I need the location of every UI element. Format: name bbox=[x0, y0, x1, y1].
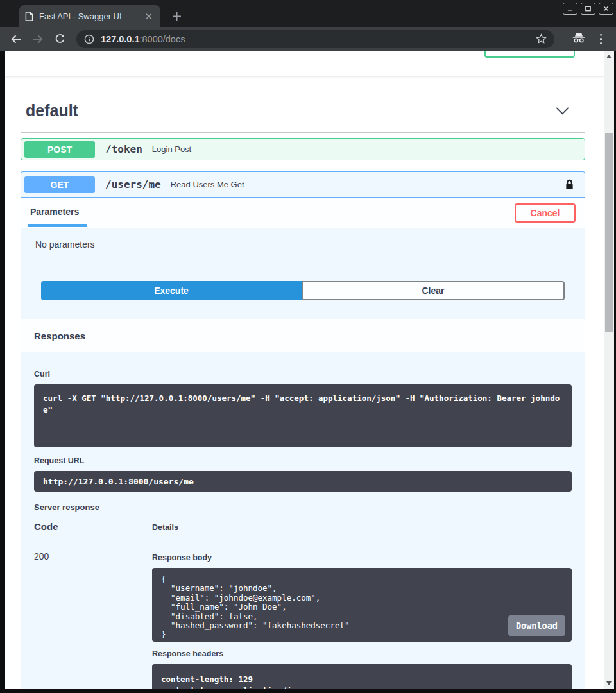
response-row: 200 Response body { "username": "johndoe… bbox=[34, 540, 572, 689]
parameters-content: No parameters Execute Clear bbox=[21, 228, 585, 319]
responses-header: Responses bbox=[21, 319, 585, 352]
scroll-down-icon[interactable] bbox=[606, 681, 612, 685]
curl-command[interactable]: curl -X GET "http://127.0.0.1:8000/users… bbox=[34, 384, 572, 447]
browser-toolbar: 127.0.0.1:8000/docs bbox=[0, 27, 616, 51]
responses-content: Curl curl -X GET "http://127.0.0.1:8000/… bbox=[21, 352, 585, 689]
no-parameters-text: No parameters bbox=[35, 239, 570, 250]
url-path: :8000/docs bbox=[139, 34, 185, 44]
response-headers-label: Response headers bbox=[152, 649, 572, 658]
new-tab-button[interactable] bbox=[169, 8, 184, 24]
window-frame-left bbox=[0, 51, 5, 693]
window-titlebar: Fast API - Swagger UI ✕ bbox=[0, 0, 616, 27]
details-column-header: Details bbox=[152, 523, 572, 532]
tag-title: default bbox=[26, 101, 78, 120]
close-button[interactable] bbox=[599, 3, 613, 15]
response-details-cell: Response body { "username": "johndoe", "… bbox=[152, 548, 572, 689]
scrollbar-thumb[interactable] bbox=[605, 133, 613, 332]
tag-section-header[interactable]: default bbox=[21, 89, 585, 133]
response-table-header: Code Details bbox=[34, 521, 572, 540]
page-viewport: default POST /token Login Post GET /user… bbox=[5, 51, 604, 689]
responses-title: Responses bbox=[34, 330, 85, 341]
address-bar[interactable]: 127.0.0.1:8000/docs bbox=[76, 30, 554, 48]
authorize-button[interactable] bbox=[484, 51, 575, 58]
request-url-value[interactable]: http://127.0.0.1:8000/users/me bbox=[34, 471, 572, 492]
page-scrollbar[interactable] bbox=[604, 51, 614, 689]
scroll-up-icon[interactable] bbox=[606, 55, 612, 58]
server-response-label: Server response bbox=[34, 502, 572, 512]
chevron-down-icon[interactable] bbox=[555, 107, 580, 115]
code-column-header: Code bbox=[34, 521, 152, 532]
opblock-summary-get[interactable]: GET /users/me Read Users Me Get bbox=[21, 172, 585, 198]
maximize-button[interactable] bbox=[581, 3, 595, 15]
cancel-button[interactable]: Cancel bbox=[515, 203, 576, 223]
tab-close-icon[interactable]: ✕ bbox=[142, 11, 155, 22]
parameters-header: Parameters Cancel bbox=[21, 198, 585, 228]
incognito-icon bbox=[572, 32, 586, 46]
lock-icon[interactable] bbox=[565, 178, 577, 191]
execute-button[interactable]: Execute bbox=[41, 281, 302, 300]
op-summary-get: Read Users Me Get bbox=[171, 180, 244, 189]
back-icon[interactable] bbox=[9, 32, 23, 46]
request-url-label: Request URL bbox=[34, 456, 572, 465]
scheme-container bbox=[5, 51, 604, 76]
tab-title: Fast API - Swagger UI bbox=[39, 12, 142, 21]
op-summary-post: Login Post bbox=[152, 144, 191, 154]
response-headers[interactable]: content-length: 129 content-type: applic… bbox=[152, 664, 572, 689]
reload-icon[interactable] bbox=[53, 32, 67, 46]
method-badge-post: POST bbox=[24, 141, 95, 158]
response-body[interactable]: { "username": "johndoe", "email": "johnd… bbox=[152, 568, 572, 642]
minimize-button[interactable] bbox=[563, 3, 578, 15]
bookmark-star-icon[interactable] bbox=[536, 33, 547, 44]
browser-tab[interactable]: Fast API - Swagger UI ✕ bbox=[19, 5, 160, 27]
window-frame-bottom bbox=[0, 689, 616, 693]
op-path-post: /token bbox=[105, 143, 142, 155]
response-body-label: Response body bbox=[152, 553, 572, 562]
op-path-get: /users/me bbox=[105, 178, 161, 191]
response-body-json: { "username": "johndoe", "email": "johnd… bbox=[161, 574, 350, 639]
opblock-post-token: POST /token Login Post bbox=[21, 138, 585, 160]
url-host: 127.0.0.1 bbox=[101, 34, 139, 44]
tab-parameters[interactable]: Parameters bbox=[30, 198, 79, 228]
opblock-get-users-me: GET /users/me Read Users Me Get Paramete… bbox=[21, 171, 585, 689]
page-info-icon[interactable] bbox=[84, 34, 94, 44]
clear-button[interactable]: Clear bbox=[302, 281, 565, 300]
execute-wrapper: Execute Clear bbox=[41, 281, 565, 300]
method-badge-get: GET bbox=[24, 176, 95, 193]
forward-icon[interactable] bbox=[31, 32, 45, 46]
opblock-summary-post[interactable]: POST /token Login Post bbox=[21, 139, 585, 160]
browser-menu-icon[interactable] bbox=[600, 33, 603, 44]
status-code: 200 bbox=[34, 548, 152, 689]
url-text[interactable]: 127.0.0.1:8000/docs bbox=[101, 34, 185, 44]
window-controls bbox=[563, 3, 613, 15]
swagger-wrapper: default POST /token Login Post GET /user… bbox=[5, 89, 604, 689]
favicon-page-icon bbox=[25, 12, 33, 21]
curl-label: Curl bbox=[34, 370, 572, 379]
download-button[interactable]: Download bbox=[508, 615, 565, 636]
